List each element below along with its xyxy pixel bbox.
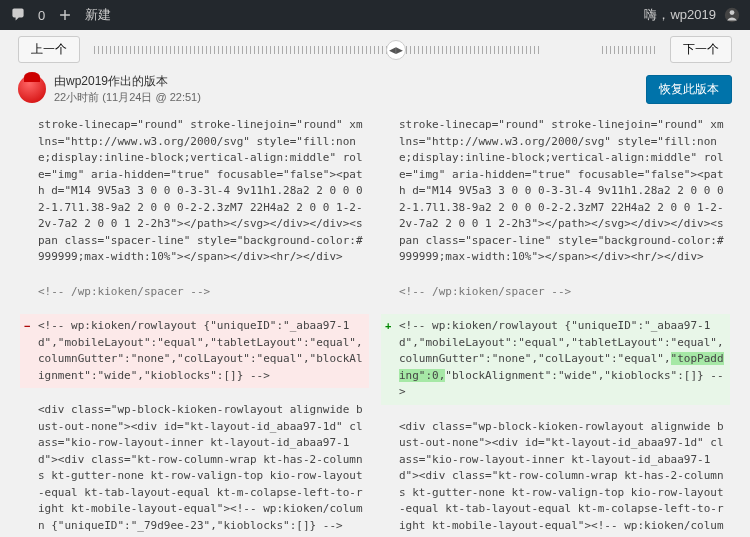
author-line: 由wp2019作出的版本 [54, 73, 201, 90]
greeting[interactable]: 嗨，wp2019 [644, 6, 716, 24]
plus-icon[interactable] [57, 7, 73, 23]
added-code-post: "blockAlignment":"wide","kioblocks":[]} … [399, 369, 724, 399]
slider-ticks-right [602, 46, 656, 54]
avatar [18, 75, 46, 103]
next-button[interactable]: 下一个 [670, 36, 732, 63]
prev-button[interactable]: 上一个 [18, 36, 80, 63]
slider-ticks [94, 46, 542, 54]
code-comment: <!-- /wp:kioken/spacer --> [20, 280, 369, 305]
removed-code: <!-- wp:kioken/rowlayout {"uniqueID":"_a… [38, 319, 363, 382]
svg-point-1 [730, 10, 735, 15]
author-text-block: 由wp2019作出的版本 22小时前 (11月24日 @ 22:51) [54, 73, 201, 105]
code-line: stroke-linecap="round" stroke-linejoin="… [381, 113, 730, 270]
revision-nav: 上一个 ◀▶ 下一个 [0, 30, 750, 69]
diff-right: stroke-linecap="round" stroke-linejoin="… [375, 113, 736, 537]
revision-header: 由wp2019作出的版本 22小时前 (11月24日 @ 22:51) 恢复此版… [0, 69, 750, 113]
code-line: stroke-linecap="round" stroke-linejoin="… [20, 113, 369, 270]
comment-icon[interactable] [10, 7, 26, 23]
admin-bar: 0 新建 嗨，wp2019 [0, 0, 750, 30]
new-link[interactable]: 新建 [85, 6, 111, 24]
admin-bar-right: 嗨，wp2019 [644, 6, 740, 24]
revision-meta: 22小时前 (11月24日 @ 22:51) [54, 90, 201, 105]
diff-left: stroke-linecap="round" stroke-linejoin="… [14, 113, 375, 537]
admin-bar-left: 0 新建 [10, 6, 111, 24]
removed-block: − <!-- wp:kioken/rowlayout {"uniqueID":"… [20, 314, 369, 388]
slider-handle[interactable]: ◀▶ [386, 40, 406, 60]
code-line: <div class="wp-block-kioken-rowlayout al… [20, 398, 369, 537]
avatar-small-icon[interactable] [724, 7, 740, 23]
restore-button[interactable]: 恢复此版本 [646, 75, 732, 104]
minus-icon: − [24, 318, 30, 335]
added-block: + <!-- wp:kioken/rowlayout {"uniqueID":"… [381, 314, 730, 405]
code-comment: <!-- /wp:kioken/spacer --> [381, 280, 730, 305]
code-line: <div class="wp-block-kioken-rowlayout al… [381, 415, 730, 538]
plus-icon: + [385, 318, 391, 335]
revision-slider[interactable]: ◀▶ [94, 45, 656, 55]
diff-area: stroke-linecap="round" stroke-linejoin="… [0, 113, 750, 537]
comment-count[interactable]: 0 [38, 8, 45, 23]
author-block: 由wp2019作出的版本 22小时前 (11月24日 @ 22:51) [18, 73, 201, 105]
